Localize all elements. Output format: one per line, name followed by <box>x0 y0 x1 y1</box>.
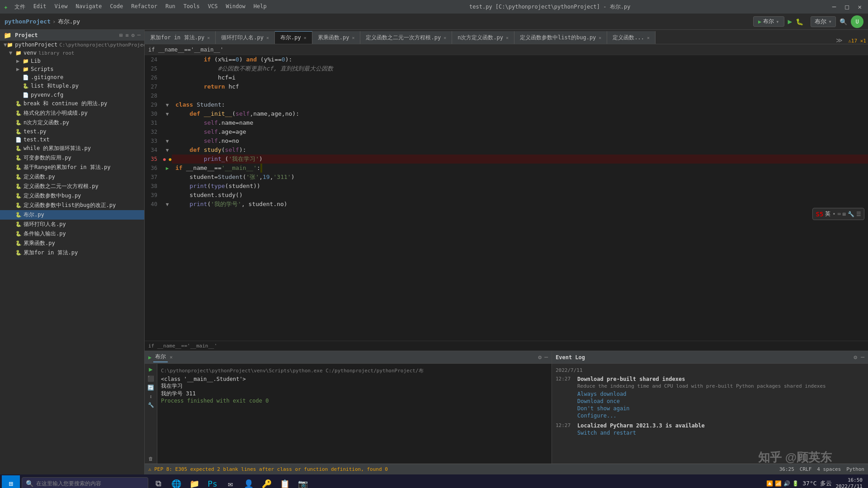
event-log-settings-icon[interactable]: ⚙ <box>854 354 857 361</box>
tree-item-cond[interactable]: 🐍 条件输入输出.py <box>0 229 144 239</box>
run-scroll-icon[interactable]: ↕ <box>149 394 152 399</box>
tree-item-format[interactable]: 🐍 格式化的方法小明成绩.py <box>0 108 144 118</box>
tree-item-defunc[interactable]: 🐍 定义函数.py <box>0 172 144 182</box>
run-again-icon[interactable]: ▶ <box>149 366 152 373</box>
taskbar-pw-icon[interactable]: 🔑 <box>259 475 275 488</box>
close-button[interactable]: ✕ <box>855 2 864 11</box>
tab-leicheng[interactable]: 累乘函数.py ✕ <box>312 31 361 44</box>
tree-item-lib[interactable]: ▶ 📁 Lib <box>0 57 144 65</box>
configure-link[interactable]: Configure... <box>577 413 864 419</box>
tab-close-4[interactable]: ✕ <box>443 35 446 40</box>
taskbar-photoshop-icon[interactable]: Ps <box>204 475 221 488</box>
menu-run[interactable]: Run <box>162 2 179 12</box>
debug-button[interactable]: 🐛 <box>796 18 803 25</box>
run-tab[interactable]: 布尔 <box>153 352 168 362</box>
menu-file[interactable]: 文件 <box>11 2 29 12</box>
tab-close-3[interactable]: ✕ <box>352 35 354 40</box>
sidebar-icon-1[interactable]: ⊞ <box>119 32 123 38</box>
menu-help[interactable]: Help <box>250 2 270 12</box>
tree-item-equation[interactable]: 🐍 定义函数之二元一次方程根.py <box>0 182 144 191</box>
download-once-link[interactable]: Download once <box>577 398 864 404</box>
tray-up-arrow[interactable]: 🔼 <box>766 480 773 487</box>
tree-item-bugpy[interactable]: 🐍 定义函数参数中bug.py <box>0 191 144 201</box>
event-log-minimize-icon[interactable]: ─ <box>861 354 864 361</box>
tab-close-2[interactable]: ✕ <box>304 35 307 40</box>
taskbar-email-icon[interactable]: ✉ <box>222 475 239 488</box>
switch-restart-link[interactable]: Switch and restart <box>577 430 864 436</box>
run-restore-icon[interactable]: 🔄 <box>147 385 154 391</box>
taskbar-right: 🔼 📶 🔊 🔋 37°C 多云 16:50 2022/7/11 <box>766 477 866 488</box>
taskbar-edge-icon[interactable]: 🌐 <box>168 475 184 488</box>
maximize-button[interactable]: □ <box>842 2 851 11</box>
tab-bool[interactable]: 布尔.py ✕ <box>275 31 312 44</box>
tree-item-pyvenv[interactable]: 📄 pyvenv.cfg <box>0 91 144 99</box>
taskbar-notes-icon[interactable]: 📋 <box>277 475 293 488</box>
s5-lang[interactable]: 英 <box>825 210 830 218</box>
minimize-button[interactable]: ─ <box>830 2 839 11</box>
run-settings-icon[interactable]: ⚙ <box>538 354 542 361</box>
run-button[interactable]: ▶ <box>788 17 793 26</box>
tab-close-7[interactable]: ✕ <box>647 35 650 40</box>
dont-show-again-link[interactable]: Don't show again <box>577 405 864 412</box>
menu-window[interactable]: Window <box>222 2 249 12</box>
menu-tools[interactable]: Tools <box>180 2 203 12</box>
tab-listbug[interactable]: 定义函数参数中list的bug.py ✕ <box>514 31 607 44</box>
tab-close-5[interactable]: ✕ <box>506 35 509 40</box>
tree-root[interactable]: ▼ 📁 pythonProject C:\pythonproject\pytho… <box>0 41 144 49</box>
tab-close-6[interactable]: ✕ <box>599 35 601 40</box>
run-config-dropdown[interactable]: ▶ 布尔 ▾ <box>753 16 784 27</box>
tree-item-test[interactable]: 🐍 test.py <box>0 127 144 136</box>
sidebar-icon-3[interactable]: ⚙ <box>132 32 135 38</box>
tree-item-scripts[interactable]: ▶ 📁 Scripts <box>0 65 144 73</box>
code-editor[interactable]: 24 if (x%i==0) and (y%i==0): 25 #公因数不断更新… <box>145 55 868 341</box>
tree-item-bool[interactable]: 🐍 布尔.py <box>0 210 144 220</box>
tab-nthpower[interactable]: n次方定义函数.py ✕ <box>452 31 514 44</box>
tree-item-list-tuple[interactable]: 🐍 list 和tuple.py <box>0 81 144 91</box>
taskbar-camera-icon[interactable]: 📷 <box>295 475 311 488</box>
tree-item-venv[interactable]: ▼ 📁 venv library root <box>0 49 144 57</box>
run-output-panel[interactable]: C:\pythonproject\pythonProject\venv\Scri… <box>157 364 552 464</box>
tree-item-break[interactable]: 🐍 break 和 continue 的用法.py <box>0 99 144 108</box>
tree-item-bugfix[interactable]: 🐍 定义函数参数中list的bug的改正.py <box>0 201 144 210</box>
user-avatar[interactable]: U <box>851 15 863 28</box>
run-minimize-icon[interactable]: ─ <box>544 354 548 361</box>
tree-item-mul[interactable]: 🐍 累乘函数.py <box>0 239 144 248</box>
tab-xunhuan[interactable]: 循环打印人名.py ✕ <box>216 31 275 44</box>
menu-view[interactable]: View <box>51 2 71 12</box>
tab-leijia[interactable]: 累加for in 算法.py ✕ <box>145 31 216 44</box>
region-dropdown[interactable]: 布尔 ▾ <box>811 16 836 27</box>
tree-item-nthpower[interactable]: 🐍 n次方定义函数.py <box>0 118 144 127</box>
sidebar-icon-2[interactable]: ≡ <box>125 32 128 38</box>
tab-close-0[interactable]: ✕ <box>207 35 210 40</box>
menu-navigate[interactable]: Navigate <box>72 2 105 12</box>
tab-close-1[interactable]: ✕ <box>266 35 269 40</box>
tree-item-range[interactable]: 🐍 基于Range的累加for in 算法.py <box>0 163 144 172</box>
run-tab-close[interactable]: ✕ <box>170 354 173 360</box>
menu-refactor[interactable]: Refactor <box>127 2 161 12</box>
menu-vcs[interactable]: VCS <box>204 2 222 12</box>
tree-item-testtxt[interactable]: 📄 test.txt <box>0 136 144 144</box>
taskbar-time-block[interactable]: 16:50 2022/7/11 <box>835 477 863 488</box>
taskbar-search-box[interactable]: 🔍 在这里输入您要搜索的内容 <box>22 477 148 488</box>
tree-item-varargs[interactable]: 🐍 可变参数的应用.py <box>0 153 144 163</box>
run-trash-icon[interactable]: 🗑 <box>148 456 153 462</box>
start-button[interactable]: ⊞ <box>2 475 20 488</box>
tree-item-accum[interactable]: 🐍 累加for in 算法.py <box>0 248 144 258</box>
search-icon[interactable]: 🔍 <box>840 18 847 25</box>
always-download-link[interactable]: Always download <box>577 391 864 397</box>
menu-code[interactable]: Code <box>106 2 127 12</box>
run-filter-icon[interactable]: 🔧 <box>148 402 154 408</box>
tree-item-gitignore[interactable]: 📄 .gitignore <box>0 73 144 81</box>
menu-edit[interactable]: Edit <box>30 2 50 12</box>
tab-more[interactable]: 定义函数... ✕ <box>607 31 656 44</box>
tabs-overflow[interactable]: ≫ <box>832 37 846 44</box>
taskbar-people-icon[interactable]: 👤 <box>241 475 257 488</box>
sidebar-icon-4[interactable]: ─ <box>137 32 141 38</box>
gutter-32 <box>163 127 172 136</box>
run-stop-icon[interactable]: ⬛ <box>147 375 154 382</box>
tab-equation[interactable]: 定义函数之二元一次方程根.py ✕ <box>360 31 452 44</box>
taskbar-view-icon[interactable]: ⧉ <box>150 475 166 488</box>
tree-item-loop[interactable]: 🐍 循环打印人名.py <box>0 220 144 229</box>
taskbar-explorer-icon[interactable]: 📁 <box>186 475 203 488</box>
tree-item-while[interactable]: 🐍 while 的累加循环算法.py <box>0 144 144 153</box>
